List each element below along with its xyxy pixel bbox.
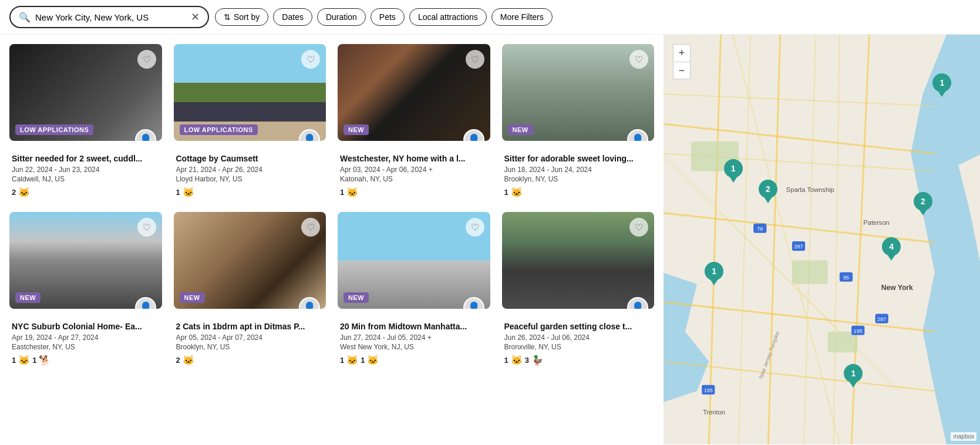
map-marker[interactable]: 4 (882, 237, 901, 256)
listing-badge: NEW (343, 124, 369, 135)
map-marker[interactable]: 2 (914, 192, 932, 211)
card-info: Sitter for adorable sweet loving...Jun 1… (502, 141, 655, 200)
card-pets: 1🐱 (504, 187, 652, 198)
listing-card[interactable]: ♡NEW👤NYC Suburb Colonial Home- Ea...Apr … (9, 212, 162, 368)
listing-card[interactable]: ♡LOW APPLICATIONS👤Cottage by CaumsettApr… (174, 44, 326, 200)
map-attribution: mapbox (951, 432, 976, 441)
filter-label-sort-by: Sort by (234, 12, 260, 22)
card-info: 2 Cats in 1bdrm apt in Ditmas P...Apr 05… (174, 309, 326, 368)
card-image-wrap: ♡NEW👤 (9, 212, 162, 309)
listings-panel: ♡LOW APPLICATIONS👤Sitter needed for 2 sw… (0, 35, 664, 444)
pet-count: 1 (504, 188, 508, 197)
pet-count: 1 (340, 188, 344, 197)
favorite-button[interactable]: ♡ (629, 218, 648, 237)
card-image-wrap: ♡👤 (502, 212, 655, 309)
favorite-button[interactable]: ♡ (301, 218, 320, 237)
top-bar: 🔍 ✕ ⇅Sort byDatesDurationPetsLocal attra… (0, 0, 980, 35)
zoom-out-button[interactable]: − (673, 62, 691, 79)
map-marker[interactable]: 1 (724, 159, 743, 178)
card-image-wrap: ♡NEW👤 (174, 212, 326, 309)
map-container[interactable]: Sparta Township Paterson New York Trento… (664, 35, 980, 444)
filter-btn-more-filters[interactable]: More Filters (491, 8, 553, 26)
cat-icon: 🐱 (18, 355, 30, 366)
favorite-button[interactable]: ♡ (629, 50, 648, 69)
card-image-wrap: ♡NEW👤 (502, 44, 655, 141)
card-title: Westchester, NY home with a l... (340, 154, 488, 163)
filter-btn-pets[interactable]: Pets (371, 8, 405, 26)
card-info: Cottage by CaumsettApr 21, 2024 - Apr 26… (174, 141, 326, 200)
card-title: 2 Cats in 1bdrm apt in Ditmas P... (176, 322, 324, 331)
card-dates: Jun 26, 2024 - Jul 06, 2024 (504, 333, 652, 342)
listing-card[interactable]: ♡NEW👤2 Cats in 1bdrm apt in Ditmas P...A… (174, 212, 326, 368)
listings-grid: ♡LOW APPLICATIONS👤Sitter needed for 2 sw… (9, 44, 654, 368)
card-dates: Jun 27, 2024 - Jul 05, 2024 + (340, 333, 488, 342)
marker-count: 2 (759, 180, 777, 198)
marker-count: 1 (932, 73, 951, 92)
favorite-button[interactable]: ♡ (301, 50, 320, 69)
filter-label-dates: Dates (282, 12, 304, 22)
card-location: Caldwell, NJ, US (12, 175, 160, 183)
filter-btn-dates[interactable]: Dates (273, 8, 312, 26)
pet-count: 1 (340, 356, 344, 365)
listing-card[interactable]: ♡👤Peaceful garden setting close t...Jun … (502, 212, 655, 368)
listing-card[interactable]: ♡NEW👤20 Min from Midtown Manhatta...Jun … (338, 212, 490, 368)
card-location: Katonah, NY, US (340, 175, 488, 183)
filter-btn-sort-by[interactable]: ⇅Sort by (215, 8, 268, 26)
card-dates: Apr 19, 2024 - Apr 27, 2024 (12, 333, 160, 342)
card-image-wrap: ♡LOW APPLICATIONS👤 (174, 44, 326, 141)
filter-label-duration: Duration (326, 12, 357, 22)
listing-card[interactable]: ♡NEW👤Westchester, NY home with a l...Apr… (338, 44, 490, 200)
card-pets: 1🐱3🦆 (504, 355, 652, 366)
favorite-button[interactable]: ♡ (466, 218, 484, 237)
marker-count: 2 (914, 192, 932, 211)
favorite-button[interactable]: ♡ (137, 50, 156, 69)
listing-badge: LOW APPLICATIONS (180, 124, 258, 135)
svg-rect-17 (792, 260, 828, 284)
listing-card[interactable]: ♡LOW APPLICATIONS👤Sitter needed for 2 sw… (9, 44, 162, 200)
cat-icon: 🐱 (511, 187, 523, 198)
card-image-wrap: ♡NEW👤 (338, 44, 490, 141)
pet-count: 1 (361, 356, 365, 365)
svg-text:Trenton: Trenton (703, 409, 725, 416)
zoom-in-button[interactable]: + (673, 44, 691, 62)
listing-badge: LOW APPLICATIONS (15, 124, 93, 135)
cat-icon: 🐱 (183, 187, 194, 198)
favorite-button[interactable]: ♡ (137, 218, 156, 237)
svg-text:195: 195 (704, 387, 713, 393)
map-marker[interactable]: 1 (844, 364, 863, 383)
listing-badge: NEW (15, 292, 41, 303)
dog-icon: 🐕 (39, 355, 50, 366)
filter-btn-duration[interactable]: Duration (317, 8, 366, 26)
pet-count: 1 (176, 188, 180, 197)
listing-card[interactable]: ♡NEW👤Sitter for adorable sweet loving...… (502, 44, 655, 200)
map-marker[interactable]: 1 (932, 73, 951, 92)
svg-text:195: 195 (854, 328, 863, 334)
pet-count: 2 (176, 356, 180, 365)
marker-count: 1 (844, 364, 863, 383)
pet-count: 1 (504, 356, 508, 365)
card-location: Bronxville, NY, US (504, 343, 652, 351)
card-title: Sitter needed for 2 sweet, cuddl... (12, 154, 160, 163)
pet-count: 1 (12, 356, 16, 365)
clear-icon[interactable]: ✕ (191, 11, 200, 23)
cat-icon: 🐱 (367, 355, 379, 366)
card-title: Peaceful garden setting close t... (504, 322, 652, 331)
svg-text:Sparta Township: Sparta Township (786, 186, 834, 193)
favorite-button[interactable]: ♡ (466, 50, 484, 69)
cat-icon: 🐱 (346, 355, 358, 366)
card-dates: Apr 21, 2024 - Apr 26, 2024 (176, 166, 324, 174)
card-dates: Apr 05, 2024 - Apr 07, 2024 (176, 333, 324, 342)
card-location: Lloyd Harbor, NY, US (176, 175, 324, 183)
filter-btn-local-attractions[interactable]: Local attractions (409, 8, 487, 26)
card-title: 20 Min from Midtown Manhatta... (340, 322, 488, 331)
svg-text:287: 287 (794, 244, 803, 250)
card-info: Peaceful garden setting close t...Jun 26… (502, 309, 655, 368)
map-marker[interactable]: 1 (705, 262, 723, 281)
cat-icon: 🐱 (183, 355, 194, 366)
duck-icon: 🦆 (531, 355, 543, 366)
search-input[interactable] (35, 12, 186, 22)
marker-count: 1 (724, 159, 743, 178)
filter-label-pets: Pets (379, 12, 396, 22)
map-marker[interactable]: 2 (759, 180, 777, 198)
svg-text:95: 95 (843, 275, 849, 281)
